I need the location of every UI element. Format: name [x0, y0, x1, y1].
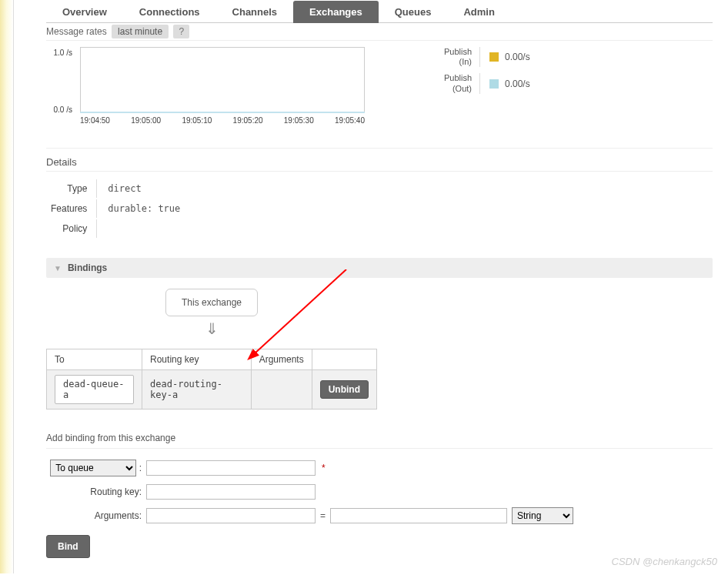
- chart-baseline: [80, 112, 365, 113]
- swatch-publish-out: [489, 79, 499, 89]
- this-exchange-box[interactable]: This exchange: [165, 289, 258, 316]
- down-arrow-icon: ⇓: [46, 316, 377, 341]
- argument-type-select[interactable]: String: [512, 507, 573, 524]
- rates-interval-pill[interactable]: last minute: [112, 25, 169, 38]
- message-rates-row: Message rates last minute ?: [46, 23, 713, 41]
- legend-label-publish-in: Publish(In): [396, 47, 480, 67]
- label-policy: Policy: [51, 219, 97, 238]
- help-icon[interactable]: ?: [173, 25, 189, 38]
- y-tick-max: 1.0 /s: [54, 48, 72, 57]
- col-routing: Routing key: [142, 349, 252, 370]
- required-marker: *: [322, 463, 326, 473]
- watermark: CSDN @chenkangck50: [612, 556, 717, 567]
- routing-key-label: Routing key:: [46, 486, 146, 497]
- details-table: Typedirect Featuresdurable: true Policy: [49, 178, 191, 239]
- routing-key-input[interactable]: [146, 484, 316, 500]
- value-policy: [99, 219, 189, 238]
- value-type: direct: [99, 179, 189, 198]
- details-heading: Details: [46, 149, 713, 172]
- binding-args: [251, 370, 312, 410]
- swatch-publish-in: [489, 52, 499, 62]
- argument-key-input[interactable]: [146, 508, 316, 523]
- chevron-down-icon: ▼: [54, 264, 62, 272]
- tab-connections[interactable]: Connections: [123, 1, 216, 23]
- legend-label-publish-out: Publish(Out): [396, 73, 480, 93]
- main-tabs: Overview Connections Channels Exchanges …: [46, 0, 713, 23]
- destination-type-select[interactable]: To queue: [50, 460, 136, 476]
- x-tick: 19:05:00: [131, 116, 161, 125]
- bindings-heading-text: Bindings: [68, 262, 107, 273]
- tab-overview[interactable]: Overview: [46, 1, 123, 23]
- bindings-table: To Routing key Arguments dead-queue-a de…: [46, 349, 377, 410]
- tab-queues[interactable]: Queues: [379, 1, 448, 23]
- x-tick: 19:05:40: [335, 116, 365, 125]
- col-action: [312, 349, 376, 370]
- x-tick: 19:04:50: [80, 116, 110, 125]
- legend-value-publish-out: 0.00/s: [505, 79, 530, 89]
- x-axis-labels: 19:04:50 19:05:00 19:05:10 19:05:20 19:0…: [80, 113, 365, 125]
- x-tick: 19:05:30: [284, 116, 314, 125]
- tab-exchanges[interactable]: Exchanges: [293, 1, 379, 23]
- table-row: dead-queue-a dead-routing-key-a Unbind: [47, 370, 377, 410]
- unbind-button[interactable]: Unbind: [320, 380, 369, 399]
- bindings-header[interactable]: ▼ Bindings: [46, 258, 713, 278]
- x-tick: 19:05:10: [182, 116, 212, 125]
- x-tick: 19:05:20: [233, 116, 263, 125]
- chart-legend: Publish(In) 0.00/s Publish(Out) 0.00/s: [396, 47, 530, 100]
- destination-name-input[interactable]: [146, 460, 316, 476]
- arguments-label: Arguments:: [46, 510, 146, 521]
- bind-button[interactable]: Bind: [46, 535, 90, 558]
- legend-value-publish-in: 0.00/s: [505, 52, 530, 62]
- rates-chart: [80, 47, 365, 113]
- tab-admin[interactable]: Admin: [447, 1, 510, 23]
- left-sidebar-stub: [0, 0, 14, 573]
- binding-routing-key: dead-routing-key-a: [142, 370, 252, 410]
- label-type: Type: [51, 179, 97, 198]
- tab-channels[interactable]: Channels: [216, 1, 294, 23]
- label-features: Features: [51, 199, 97, 218]
- add-binding-heading: Add binding from this exchange: [46, 410, 713, 449]
- y-tick-min: 0.0 /s: [54, 105, 72, 114]
- equals-sign: =: [320, 510, 326, 521]
- binding-to-queue[interactable]: dead-queue-a: [55, 375, 134, 404]
- argument-value-input[interactable]: [330, 508, 507, 523]
- col-to: To: [47, 349, 142, 370]
- value-features: durable: true: [99, 199, 189, 218]
- col-args: Arguments: [251, 349, 312, 370]
- rates-chart-block: 1.0 /s 0.0 /s 19:04:50 19:05:00 19:05:10…: [46, 41, 713, 149]
- message-rates-label: Message rates: [46, 26, 107, 37]
- bindings-diagram: This exchange ⇓: [46, 289, 377, 341]
